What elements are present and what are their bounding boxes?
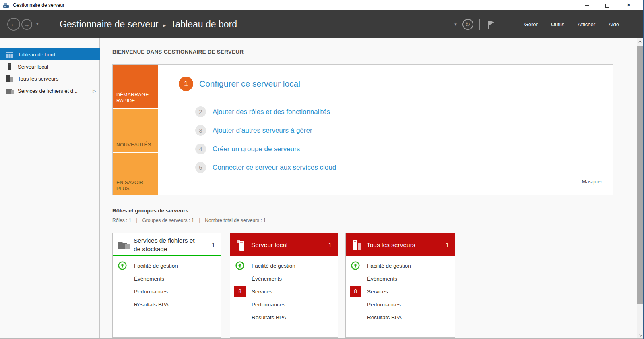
stat-separator: | <box>199 218 200 223</box>
minimize-button[interactable] <box>576 0 597 10</box>
step-add-other-servers[interactable]: 3 Ajouter d’autres serveurs à gérer <box>195 125 312 136</box>
row-events[interactable]: Événements <box>113 272 221 285</box>
services-count-badge: 8 <box>234 286 246 297</box>
refresh-icon: ↻ <box>465 21 471 28</box>
menu-tools[interactable]: Outils <box>551 21 564 27</box>
back-button[interactable]: ← <box>7 18 20 31</box>
restore-button[interactable] <box>597 0 618 10</box>
up-arrow-status-icon <box>118 261 127 270</box>
card-title: Tous les serveurs <box>367 233 415 256</box>
step-number-badge: 5 <box>195 162 206 173</box>
row-events[interactable]: Événements <box>346 272 455 285</box>
close-button[interactable]: × <box>618 0 639 10</box>
row-label: Services <box>252 285 272 298</box>
step-number-badge: 1 <box>179 77 193 91</box>
row-events[interactable]: Événements <box>230 272 338 285</box>
step-link: Ajouter d’autres serveurs à gérer <box>213 127 312 135</box>
tab-learn-more[interactable]: EN SAVOIR PLUS <box>113 153 158 195</box>
row-label: Facilité de gestion <box>134 259 178 272</box>
row-label: Performances <box>252 298 285 311</box>
chevron-up-icon <box>638 40 642 44</box>
sidebar-item-all-servers[interactable]: Tous les serveurs <box>0 73 100 85</box>
command-bar-right: ▾ ↻ Gérer Outils Afficher Aide <box>454 10 619 38</box>
menu-manage[interactable]: Gérer <box>524 21 538 27</box>
forward-arrow-icon: → <box>24 21 30 28</box>
local-server-icon <box>237 239 246 251</box>
hide-link[interactable]: Masquer <box>582 179 602 185</box>
title-bar: Gestionnaire de serveur × <box>0 0 644 10</box>
all-servers-icon <box>352 239 363 251</box>
refresh-dropdown-caret-icon[interactable]: ▾ <box>454 22 457 27</box>
welcome-tile: DÉMARRAGE RAPIDE NOUVEAUTÉS EN SAVOIR PL… <box>112 64 613 195</box>
expand-arrow-icon[interactable]: ▷ <box>93 89 96 93</box>
row-services[interactable]: 8 Services <box>230 285 338 298</box>
card-header-all-servers[interactable]: Tous les serveurs 1 <box>346 233 455 256</box>
step-create-server-group[interactable]: 4 Créer un groupe de serveurs <box>195 144 300 154</box>
sidebar-item-local-server[interactable]: Serveur local <box>0 60 100 73</box>
row-label: Événements <box>134 272 164 285</box>
row-performance[interactable]: Performances <box>230 298 338 311</box>
breadcrumb-root[interactable]: Gestionnaire de serveur <box>60 19 158 30</box>
body-area: Tableau de bord Serveur local Tous les s… <box>0 38 638 339</box>
menu-help[interactable]: Aide <box>609 21 619 27</box>
row-bpa-results[interactable]: Résultats BPA <box>230 311 338 324</box>
breadcrumb: Gestionnaire de serveur ▸ Tableau de bor… <box>60 10 237 38</box>
close-icon: × <box>627 2 630 8</box>
roles-stats: Rôles : 1 | Groupes de serveurs : 1 | No… <box>112 218 266 223</box>
nav-history-caret-icon[interactable]: ▾ <box>36 21 39 27</box>
scrollbar-thumb[interactable] <box>637 46 643 304</box>
row-bpa-results[interactable]: Résultats BPA <box>346 311 455 324</box>
stat-separator: | <box>136 218 137 223</box>
back-arrow-icon: ← <box>10 21 17 28</box>
step-connect-cloud-services[interactable]: 5 Connecter ce serveur aux services clou… <box>195 162 336 173</box>
row-label: Événements <box>252 272 282 285</box>
roles-section-title: Rôles et groupes de serveurs <box>112 208 188 214</box>
welcome-heading: BIENVENUE DANS GESTIONNAIRE DE SERVEUR <box>112 49 244 55</box>
sidebar-item-dashboard[interactable]: Tableau de bord <box>0 48 100 60</box>
step-add-roles-features[interactable]: 2 Ajouter des rôles et des fonctionnalit… <box>195 106 330 117</box>
server-manager-app-icon <box>3 2 10 8</box>
window-title: Gestionnaire de serveur <box>13 2 64 8</box>
scroll-down-button[interactable] <box>637 331 643 338</box>
row-bpa-results[interactable]: Résultats BPA <box>113 298 221 311</box>
menu-view[interactable]: Afficher <box>578 21 595 27</box>
notifications-flag-button[interactable] <box>485 19 495 30</box>
breadcrumb-separator-icon: ▸ <box>163 21 166 28</box>
row-manageability[interactable]: Facilité de gestion <box>113 259 221 272</box>
minimize-icon <box>585 5 589 6</box>
row-services[interactable]: 8 Services <box>346 285 455 298</box>
server-count: 1 <box>328 233 332 256</box>
row-manageability[interactable]: Facilité de gestion <box>346 259 455 272</box>
server-count: 1 <box>446 233 449 256</box>
vertical-scrollbar[interactable] <box>637 38 643 338</box>
scroll-up-button[interactable] <box>637 38 643 45</box>
tab-label: DÉMARRAGE RAPIDE <box>116 92 156 104</box>
card-file-storage-services: Services de fichiers et de stockage 1 Fa… <box>112 233 221 338</box>
sidebar-item-file-storage-services[interactable]: Services de fichiers et d... ▷ <box>0 85 100 97</box>
restore-icon <box>605 3 611 8</box>
status-ok-bar <box>113 255 221 256</box>
sidebar-item-label: Serveur local <box>18 64 48 70</box>
forward-button[interactable]: → <box>21 19 32 30</box>
refresh-button[interactable]: ↻ <box>462 19 473 30</box>
tab-quick-start[interactable]: DÉMARRAGE RAPIDE <box>113 65 158 108</box>
step-link: Ajouter des rôles et des fonctionnalités <box>213 108 330 116</box>
stat-total-servers: Nombre total de serveurs : 1 <box>205 218 266 223</box>
tab-whats-new[interactable]: NOUVEAUTÉS <box>113 109 158 152</box>
up-arrow-status-icon <box>235 261 244 270</box>
card-header-file-storage[interactable]: Services de fichiers et de stockage 1 <box>113 233 221 256</box>
local-server-icon <box>6 62 14 71</box>
row-performance[interactable]: Performances <box>346 298 455 311</box>
breadcrumb-current[interactable]: Tableau de bord <box>171 19 237 30</box>
row-performance[interactable]: Performances <box>113 285 221 298</box>
dashboard-grid-icon <box>6 52 14 58</box>
row-label: Facilité de gestion <box>252 259 295 272</box>
row-manageability[interactable]: Facilité de gestion <box>230 259 338 272</box>
card-header-local-server[interactable]: Serveur local 1 <box>230 233 338 256</box>
row-label: Résultats BPA <box>134 298 169 311</box>
sidebar-item-label: Tableau de bord <box>18 52 55 58</box>
row-label: Événements <box>367 272 397 285</box>
step-configure-local-server[interactable]: 1 Configurer ce serveur local <box>179 77 300 91</box>
card-title: Serveur local <box>251 233 287 256</box>
step-number-badge: 4 <box>195 144 206 154</box>
